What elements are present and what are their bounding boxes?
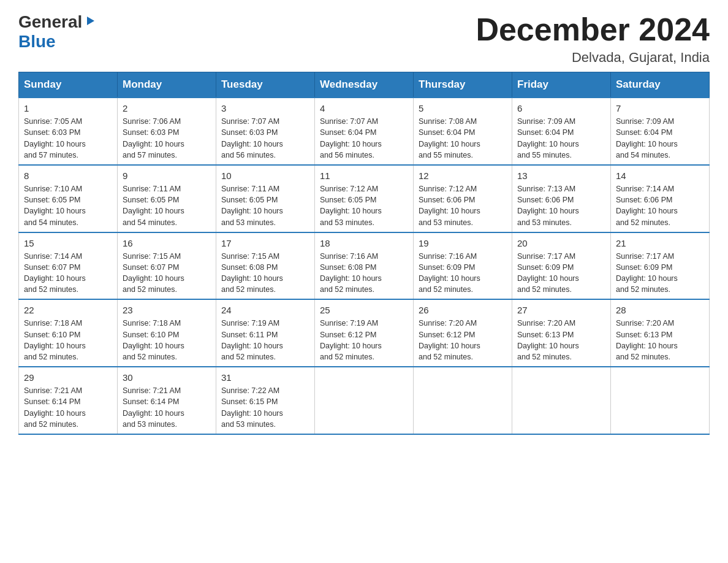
day-info: Sunrise: 7:15 AMSunset: 6:07 PMDaylight:… [123, 252, 184, 294]
day-number: 16 [123, 237, 211, 250]
day-info: Sunrise: 7:14 AMSunset: 6:07 PMDaylight:… [24, 252, 86, 294]
location-title: Delvada, Gujarat, India [476, 50, 710, 66]
day-info: Sunrise: 7:20 AMSunset: 6:12 PMDaylight:… [419, 319, 480, 361]
header-wednesday: Wednesday [315, 72, 414, 98]
day-number: 4 [320, 102, 408, 115]
header-thursday: Thursday [414, 72, 512, 98]
day-info: Sunrise: 7:07 AMSunset: 6:04 PMDaylight:… [320, 117, 382, 159]
calendar-week-row: 15 Sunrise: 7:14 AMSunset: 6:07 PMDaylig… [19, 232, 710, 300]
day-info: Sunrise: 7:16 AMSunset: 6:09 PMDaylight:… [419, 252, 480, 294]
header-sunday: Sunday [19, 72, 118, 98]
table-row: 30 Sunrise: 7:21 AMSunset: 6:14 PMDaylig… [118, 367, 216, 434]
table-row: 13 Sunrise: 7:13 AMSunset: 6:06 PMDaylig… [512, 165, 611, 232]
day-info: Sunrise: 7:18 AMSunset: 6:10 PMDaylight:… [123, 319, 184, 361]
table-row: 18 Sunrise: 7:16 AMSunset: 6:08 PMDaylig… [315, 232, 414, 300]
day-info: Sunrise: 7:18 AMSunset: 6:10 PMDaylight:… [24, 319, 86, 361]
table-row: 3 Sunrise: 7:07 AMSunset: 6:03 PMDayligh… [216, 98, 315, 165]
title-block: December 2024 Delvada, Gujarat, India [476, 12, 710, 66]
svg-marker-0 [87, 17, 94, 25]
table-row: 6 Sunrise: 7:09 AMSunset: 6:04 PMDayligh… [512, 98, 611, 165]
table-row: 22 Sunrise: 7:18 AMSunset: 6:10 PMDaylig… [19, 299, 118, 367]
calendar-week-row: 29 Sunrise: 7:21 AMSunset: 6:14 PMDaylig… [19, 367, 710, 434]
table-row [315, 367, 414, 434]
day-number: 24 [221, 304, 309, 316]
day-number: 3 [221, 102, 309, 115]
table-row: 12 Sunrise: 7:12 AMSunset: 6:06 PMDaylig… [414, 165, 512, 232]
day-info: Sunrise: 7:17 AMSunset: 6:09 PMDaylight:… [517, 252, 579, 294]
day-info: Sunrise: 7:21 AMSunset: 6:14 PMDaylight:… [123, 386, 184, 429]
table-row: 20 Sunrise: 7:17 AMSunset: 6:09 PMDaylig… [512, 232, 611, 300]
table-row [414, 367, 512, 434]
page-header: General Blue December 2024 Delvada, Guja… [18, 12, 710, 66]
day-info: Sunrise: 7:13 AMSunset: 6:06 PMDaylight:… [517, 185, 579, 227]
day-info: Sunrise: 7:19 AMSunset: 6:12 PMDaylight:… [320, 319, 382, 361]
calendar-header-row: Sunday Monday Tuesday Wednesday Thursday… [19, 72, 710, 98]
table-row: 10 Sunrise: 7:11 AMSunset: 6:05 PMDaylig… [216, 165, 315, 232]
day-info: Sunrise: 7:08 AMSunset: 6:04 PMDaylight:… [419, 117, 480, 159]
day-number: 27 [517, 304, 605, 316]
logo-arrow-icon [83, 14, 97, 30]
day-number: 8 [24, 169, 112, 182]
table-row: 14 Sunrise: 7:14 AMSunset: 6:06 PMDaylig… [611, 165, 710, 232]
table-row: 7 Sunrise: 7:09 AMSunset: 6:04 PMDayligh… [611, 98, 710, 165]
table-row: 25 Sunrise: 7:19 AMSunset: 6:12 PMDaylig… [315, 299, 414, 367]
day-number: 12 [419, 169, 507, 182]
table-row: 27 Sunrise: 7:20 AMSunset: 6:13 PMDaylig… [512, 299, 611, 367]
day-number: 31 [221, 371, 309, 384]
logo-blue-text: Blue [18, 32, 56, 51]
day-number: 23 [123, 304, 211, 316]
day-number: 2 [123, 102, 211, 115]
calendar-week-row: 8 Sunrise: 7:10 AMSunset: 6:05 PMDayligh… [19, 165, 710, 232]
day-number: 20 [517, 237, 605, 250]
table-row: 23 Sunrise: 7:18 AMSunset: 6:10 PMDaylig… [118, 299, 216, 367]
day-number: 21 [616, 237, 704, 250]
table-row: 15 Sunrise: 7:14 AMSunset: 6:07 PMDaylig… [19, 232, 118, 300]
day-info: Sunrise: 7:20 AMSunset: 6:13 PMDaylight:… [616, 319, 678, 361]
day-number: 6 [517, 102, 605, 115]
day-info: Sunrise: 7:21 AMSunset: 6:14 PMDaylight:… [24, 386, 86, 429]
day-number: 9 [123, 169, 211, 182]
header-tuesday: Tuesday [216, 72, 315, 98]
table-row: 17 Sunrise: 7:15 AMSunset: 6:08 PMDaylig… [216, 232, 315, 300]
day-number: 25 [320, 304, 408, 316]
table-row: 28 Sunrise: 7:20 AMSunset: 6:13 PMDaylig… [611, 299, 710, 367]
day-info: Sunrise: 7:12 AMSunset: 6:05 PMDaylight:… [320, 185, 382, 227]
day-number: 18 [320, 237, 408, 250]
calendar-week-row: 22 Sunrise: 7:18 AMSunset: 6:10 PMDaylig… [19, 299, 710, 367]
day-number: 28 [616, 304, 704, 316]
table-row: 16 Sunrise: 7:15 AMSunset: 6:07 PMDaylig… [118, 232, 216, 300]
table-row: 2 Sunrise: 7:06 AMSunset: 6:03 PMDayligh… [118, 98, 216, 165]
day-info: Sunrise: 7:05 AMSunset: 6:03 PMDaylight:… [24, 117, 86, 159]
day-info: Sunrise: 7:19 AMSunset: 6:11 PMDaylight:… [221, 319, 283, 361]
day-number: 10 [221, 169, 309, 182]
table-row: 11 Sunrise: 7:12 AMSunset: 6:05 PMDaylig… [315, 165, 414, 232]
day-info: Sunrise: 7:11 AMSunset: 6:05 PMDaylight:… [123, 185, 184, 227]
day-number: 14 [616, 169, 704, 182]
logo-general-text: General [18, 12, 82, 32]
logo: General Blue [18, 12, 97, 52]
table-row: 1 Sunrise: 7:05 AMSunset: 6:03 PMDayligh… [19, 98, 118, 165]
day-info: Sunrise: 7:09 AMSunset: 6:04 PMDaylight:… [517, 117, 579, 159]
table-row: 8 Sunrise: 7:10 AMSunset: 6:05 PMDayligh… [19, 165, 118, 232]
table-row [611, 367, 710, 434]
day-info: Sunrise: 7:09 AMSunset: 6:04 PMDaylight:… [616, 117, 678, 159]
day-number: 1 [24, 102, 112, 115]
day-info: Sunrise: 7:10 AMSunset: 6:05 PMDaylight:… [24, 185, 86, 227]
table-row: 19 Sunrise: 7:16 AMSunset: 6:09 PMDaylig… [414, 232, 512, 300]
table-row: 21 Sunrise: 7:17 AMSunset: 6:09 PMDaylig… [611, 232, 710, 300]
day-number: 30 [123, 371, 211, 384]
day-number: 13 [517, 169, 605, 182]
table-row: 26 Sunrise: 7:20 AMSunset: 6:12 PMDaylig… [414, 299, 512, 367]
day-info: Sunrise: 7:20 AMSunset: 6:13 PMDaylight:… [517, 319, 579, 361]
day-info: Sunrise: 7:17 AMSunset: 6:09 PMDaylight:… [616, 252, 678, 294]
day-info: Sunrise: 7:15 AMSunset: 6:08 PMDaylight:… [221, 252, 283, 294]
day-number: 29 [24, 371, 112, 384]
table-row: 31 Sunrise: 7:22 AMSunset: 6:15 PMDaylig… [216, 367, 315, 434]
day-info: Sunrise: 7:14 AMSunset: 6:06 PMDaylight:… [616, 185, 678, 227]
day-info: Sunrise: 7:07 AMSunset: 6:03 PMDaylight:… [221, 117, 283, 159]
month-title: December 2024 [476, 12, 710, 47]
header-friday: Friday [512, 72, 611, 98]
day-number: 17 [221, 237, 309, 250]
day-number: 15 [24, 237, 112, 250]
day-number: 26 [419, 304, 507, 316]
